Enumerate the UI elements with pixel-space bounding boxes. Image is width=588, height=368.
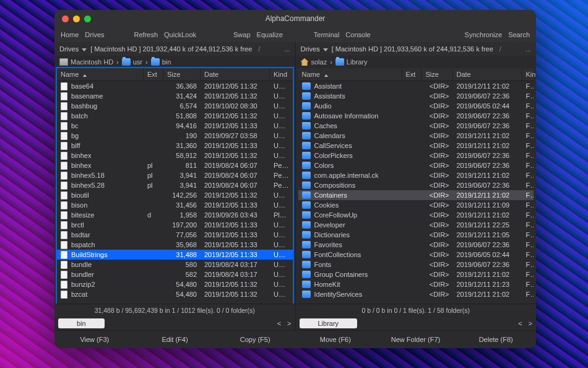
- file-name: binhex: [71, 162, 91, 169]
- move-button[interactable]: Move (F6): [295, 331, 376, 348]
- table-row[interactable]: Group Containers<DIR>2019/12/11 21:02Fol…: [298, 269, 534, 279]
- breadcrumb-item[interactable]: solaz: [301, 58, 327, 66]
- menu-swap[interactable]: Swap: [233, 31, 251, 38]
- table-row[interactable]: biff31,3602019/12/05 11:33Unix exe...: [57, 141, 293, 151]
- file-date: 2019/12/05 11:33: [201, 251, 270, 258]
- table-row[interactable]: Fonts<DIR>2019/06/07 22:36Folder: [298, 260, 534, 269]
- hdd-icon: [59, 58, 68, 66]
- nav-next[interactable]: >: [529, 320, 532, 327]
- table-row[interactable]: Calendars<DIR>2019/12/11 21:02Folder: [298, 131, 534, 141]
- delete-button[interactable]: Delete (F8): [456, 331, 536, 348]
- table-row[interactable]: bc94,4162019/12/05 11:33Unix exe...: [57, 121, 293, 131]
- table-row[interactable]: CallServices<DIR>2019/12/11 21:02Folder: [298, 141, 534, 151]
- breadcrumb-item[interactable]: usr: [122, 58, 142, 66]
- file-size: 3,941: [163, 172, 201, 179]
- nav-next[interactable]: >: [287, 320, 291, 327]
- table-row[interactable]: base6436,3682019/12/05 11:32Unix exe...: [57, 81, 293, 91]
- nav-prev[interactable]: <: [518, 320, 522, 327]
- edit-button[interactable]: Edit (F4): [135, 331, 215, 348]
- menu-search[interactable]: Search: [508, 31, 530, 38]
- table-row[interactable]: bundler5822019/08/24 03:17Unix exe...: [57, 269, 293, 279]
- table-row[interactable]: bioutil142,2562019/12/05 11:32Unix exe..…: [57, 190, 293, 200]
- col-name[interactable]: Name: [57, 68, 144, 81]
- col-date[interactable]: Date: [453, 68, 522, 81]
- table-row[interactable]: bashbug6,5742019/10/02 08:30Unix exe...: [57, 101, 293, 111]
- table-row[interactable]: bundle5802019/08/24 03:17Unix exe...: [57, 260, 293, 269]
- view-button[interactable]: View (F3): [54, 331, 135, 348]
- menu-terminal[interactable]: Terminal: [314, 31, 340, 38]
- nav-prev[interactable]: <: [277, 320, 281, 327]
- table-row[interactable]: com.apple.internal.ck<DIR>2019/12/11 21:…: [298, 170, 534, 180]
- table-row[interactable]: Cookies<DIR>2019/12/11 21:09Folder: [298, 200, 534, 210]
- table-row[interactable]: basename31,4242019/12/05 11:32Unix exe..…: [57, 91, 293, 101]
- table-row[interactable]: bitesized1,9582019/09/26 03:43Plain Tex.…: [57, 210, 293, 220]
- table-row[interactable]: batch51,8082019/12/05 11:32Unix exe...: [57, 111, 293, 121]
- breadcrumb-item[interactable]: Macintosh HD: [59, 58, 113, 66]
- menu-synchronize[interactable]: Synchronize: [465, 31, 503, 38]
- breadcrumb-item[interactable]: Library: [335, 58, 368, 66]
- table-row[interactable]: ColorPickers<DIR>2019/06/07 22:36Folder: [298, 151, 534, 160]
- menu-equalize[interactable]: Equalize: [257, 31, 283, 38]
- table-row[interactable]: IdentityServices<DIR>2019/12/11 21:02Fol…: [298, 289, 534, 299]
- folder-icon: [302, 271, 311, 278]
- table-row[interactable]: Assistants<DIR>2019/06/07 22:36Folder: [298, 91, 534, 101]
- newfolder-button[interactable]: New Folder (F7): [376, 331, 456, 348]
- table-row[interactable]: bunzip254,4802019/12/05 11:32Unix exe...: [57, 279, 293, 289]
- col-size[interactable]: Size: [163, 68, 201, 81]
- sort-asc-icon: [81, 71, 87, 78]
- table-row[interactable]: Audio<DIR>2019/06/05 02:44Folder: [298, 101, 534, 111]
- table-row[interactable]: Containers<DIR>2019/12/11 21:02Folder: [298, 190, 534, 200]
- col-kind[interactable]: Kind: [522, 68, 537, 81]
- col-ext[interactable]: Ext: [144, 68, 163, 81]
- table-row[interactable]: binhex5.18pl3,9412019/08/24 06:07Perl So…: [57, 170, 293, 180]
- breadcrumb-item[interactable]: bin: [151, 58, 171, 66]
- table-row[interactable]: HomeKit<DIR>2019/12/11 21:23Folder: [298, 279, 534, 289]
- table-row[interactable]: Assistant<DIR>2019/12/11 21:02Folder: [298, 81, 534, 91]
- menu-home[interactable]: Home: [61, 31, 79, 38]
- minimize-icon[interactable]: [73, 15, 80, 22]
- right-table-body[interactable]: Assistant<DIR>2019/12/11 21:02FolderAssi…: [298, 81, 534, 304]
- file-icon: [61, 182, 67, 190]
- table-row[interactable]: Colors<DIR>2019/06/07 22:36Folder: [298, 160, 534, 170]
- table-row[interactable]: Dictionaries<DIR>2019/12/11 21:05Folder: [298, 230, 534, 240]
- menu-console[interactable]: Console: [345, 31, 370, 38]
- col-name[interactable]: Name: [298, 68, 402, 81]
- file-size: <DIR>: [422, 132, 453, 139]
- table-row[interactable]: bsdtar77,0562019/12/05 11:33Unix exe...: [57, 230, 293, 240]
- table-row[interactable]: CoreFollowUp<DIR>2019/12/11 21:02Folder: [298, 210, 534, 220]
- file-kind: Folder: [522, 211, 534, 219]
- table-row[interactable]: binhexpl8112019/08/24 06:07Perl Source: [57, 160, 293, 170]
- table-row[interactable]: bison31,4562019/12/05 11:33Unix exe...: [57, 200, 293, 210]
- table-row[interactable]: Autosave Information<DIR>2019/06/07 22:3…: [298, 111, 534, 121]
- close-icon[interactable]: [62, 15, 69, 22]
- more-menu[interactable]: ...: [525, 45, 531, 53]
- table-row[interactable]: FontCollections<DIR>2019/06/05 02:44Fold…: [298, 250, 534, 260]
- copy-button[interactable]: Copy (F5): [215, 331, 295, 348]
- table-row[interactable]: bspatch35,9682019/12/05 11:33Unix exe...: [57, 240, 293, 250]
- table-row[interactable]: brctl197,2002019/12/05 11:33Unix exe...: [57, 220, 293, 230]
- table-row[interactable]: Caches<DIR>2019/06/07 22:36Folder: [298, 121, 534, 131]
- table-row[interactable]: bg1902019/09/27 03:58Unix exe...: [57, 131, 293, 141]
- left-table-body[interactable]: base6436,3682019/12/05 11:32Unix exe...b…: [57, 81, 293, 304]
- menu-drives[interactable]: Drives: [85, 31, 104, 38]
- file-kind: Perl Source: [270, 172, 293, 179]
- table-row[interactable]: binhex58,9122019/12/05 11:32Unix exe...: [57, 151, 293, 160]
- table-row[interactable]: bzcat54,4802019/12/05 11:32Unix exe...: [57, 289, 293, 299]
- drives-dropdown[interactable]: Drives: [301, 45, 328, 53]
- drives-dropdown[interactable]: Drives: [59, 45, 87, 53]
- menu-quicklook[interactable]: QuickLook: [164, 31, 196, 38]
- col-kind[interactable]: Kind: [270, 68, 293, 81]
- more-menu[interactable]: ...: [284, 45, 290, 53]
- col-date[interactable]: Date: [201, 68, 270, 81]
- col-size[interactable]: Size: [422, 68, 453, 81]
- menu-refresh[interactable]: Refresh: [134, 31, 158, 38]
- left-tab[interactable]: bin: [58, 318, 105, 328]
- table-row[interactable]: Favorites<DIR>2019/06/07 22:36Folder: [298, 240, 534, 250]
- table-row[interactable]: Compositions<DIR>2019/06/07 22:36Folder: [298, 180, 534, 190]
- table-row[interactable]: binhex5.28pl3,9412019/08/24 06:07Perl So…: [57, 180, 293, 190]
- table-row[interactable]: BuildStrings31,4882019/12/05 11:33Unix e…: [57, 250, 293, 260]
- right-tab[interactable]: Library: [300, 318, 358, 328]
- col-ext[interactable]: Ext: [402, 68, 422, 81]
- zoom-icon[interactable]: [84, 15, 91, 22]
- table-row[interactable]: Developer<DIR>2019/12/11 22:25Folder: [298, 220, 534, 230]
